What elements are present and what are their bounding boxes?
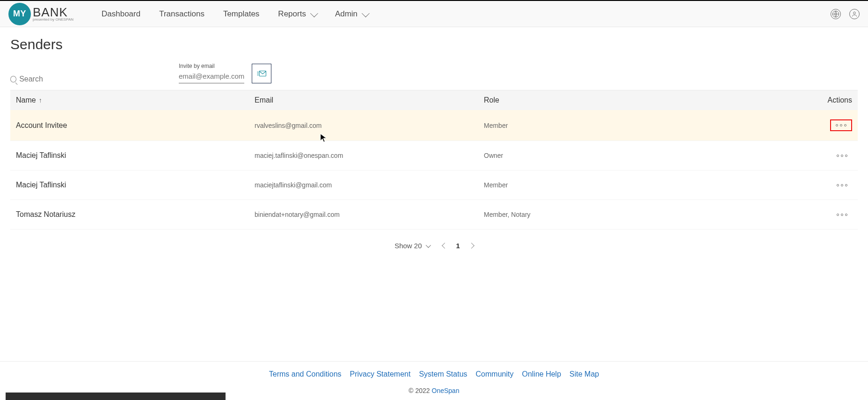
- col-header-email[interactable]: Email: [255, 96, 484, 104]
- invite-email-input[interactable]: [179, 70, 244, 83]
- col-header-actions: Actions: [708, 96, 852, 104]
- user-icon[interactable]: [849, 9, 860, 19]
- cell-email: maciejtaflinski@gmail.com: [255, 181, 484, 189]
- chevron-down-icon: [310, 9, 318, 17]
- row-actions-button[interactable]: [830, 119, 852, 131]
- more-icon: [841, 214, 843, 216]
- page-prev-button[interactable]: [442, 243, 448, 249]
- footer-link-system-status[interactable]: System Status: [419, 370, 467, 378]
- cell-name: Account Invitee: [16, 121, 255, 130]
- col-header-name-label: Name: [16, 96, 36, 104]
- chevron-down-icon: [425, 242, 430, 247]
- toast-bar: [6, 393, 226, 400]
- cell-name: Maciej Taflinski: [16, 151, 255, 160]
- cell-name: Tomasz Notariusz: [16, 210, 255, 219]
- footer-copy-brand: OneSpan: [432, 387, 460, 394]
- invite-label: Invite by email: [179, 63, 244, 69]
- cell-actions: [708, 180, 852, 190]
- cell-role: Member, Notary: [484, 211, 708, 218]
- nav-item-dashboard[interactable]: Dashboard: [102, 9, 140, 19]
- nav-item-templates[interactable]: Templates: [223, 9, 259, 19]
- footer-link-site-map[interactable]: Site Map: [569, 370, 599, 378]
- chevron-down-icon: [362, 9, 370, 17]
- row-actions-button[interactable]: [832, 180, 852, 190]
- nav-item-label: Admin: [335, 9, 357, 19]
- cell-role: Member: [484, 181, 708, 189]
- col-header-name[interactable]: Name ↑: [16, 96, 255, 104]
- more-icon: [845, 214, 847, 216]
- more-icon: [845, 155, 847, 157]
- cell-email: rvalveslins@gmail.com: [255, 122, 484, 129]
- cell-actions: [708, 209, 852, 220]
- nav-item-label: Dashboard: [102, 9, 140, 19]
- table-row[interactable]: Maciej Taflinskimaciejtaflinski@gmail.co…: [10, 170, 858, 200]
- more-icon: [836, 124, 838, 126]
- page-title: Senders: [10, 37, 858, 52]
- footer-link-online-help[interactable]: Online Help: [522, 370, 561, 378]
- more-icon: [841, 184, 843, 186]
- svg-point-1: [853, 12, 856, 14]
- footer-copy-prefix: © 2022: [408, 387, 431, 394]
- main-nav: DashboardTransactionsTemplatesReportsAdm…: [102, 9, 368, 19]
- more-icon: [840, 124, 842, 126]
- table-row[interactable]: Account Inviteervalveslins@gmail.comMemb…: [10, 110, 858, 141]
- sort-asc-icon: ↑: [39, 96, 42, 104]
- cell-name: Maciej Taflinski: [16, 181, 255, 189]
- table-header-row: Name ↑ Email Role Actions: [10, 90, 858, 110]
- footer-link-privacy-statement[interactable]: Privacy Statement: [350, 370, 411, 378]
- brand-logo[interactable]: MY BANK presented by ONESPAN: [8, 3, 73, 25]
- nav-item-label: Templates: [223, 9, 259, 19]
- topbar: MY BANK presented by ONESPAN DashboardTr…: [0, 1, 868, 27]
- nav-item-transactions[interactable]: Transactions: [159, 9, 204, 19]
- cell-role: Owner: [484, 152, 708, 159]
- more-icon: [841, 155, 843, 157]
- col-header-role[interactable]: Role: [484, 96, 708, 104]
- brand-name: BANK: [33, 6, 73, 18]
- search-icon: [10, 76, 16, 82]
- more-icon: [837, 155, 839, 157]
- footer-link-community[interactable]: Community: [476, 370, 514, 378]
- invite-send-button[interactable]: [252, 64, 271, 83]
- table-row[interactable]: Tomasz Notariuszbiniendat+notary@gmail.c…: [10, 200, 858, 230]
- cell-actions: [708, 119, 852, 131]
- pagination: Show 20 1: [10, 242, 858, 250]
- brand-badge: MY: [8, 3, 31, 25]
- cell-actions: [708, 150, 852, 161]
- footer-links: Terms and ConditionsPrivacy StatementSys…: [0, 370, 868, 378]
- svg-rect-2: [259, 71, 266, 76]
- nav-item-admin[interactable]: Admin: [335, 9, 368, 19]
- senders-table: Name ↑ Email Role Actions Account Invite…: [10, 90, 858, 230]
- nav-item-label: Reports: [278, 9, 306, 19]
- cell-email: biniendat+notary@gmail.com: [255, 211, 484, 218]
- cell-role: Member: [484, 122, 708, 129]
- more-icon: [844, 124, 846, 126]
- nav-item-label: Transactions: [159, 9, 204, 19]
- nav-item-reports[interactable]: Reports: [278, 9, 316, 19]
- more-icon: [845, 184, 847, 186]
- more-icon: [837, 214, 839, 216]
- search-field[interactable]: [10, 75, 132, 83]
- page-next-button[interactable]: [468, 243, 474, 249]
- row-actions-button[interactable]: [832, 151, 852, 161]
- globe-icon[interactable]: [831, 9, 841, 19]
- row-actions-button[interactable]: [832, 210, 852, 220]
- table-row[interactable]: Maciej Taflinskimaciej.taflinski@onespan…: [10, 141, 858, 170]
- brand-sub: presented by ONESPAN: [33, 17, 73, 22]
- page-current: 1: [456, 242, 460, 250]
- footer-link-terms-and-conditions[interactable]: Terms and Conditions: [269, 370, 342, 378]
- page-size-label: Show 20: [394, 242, 422, 250]
- page-size-selector[interactable]: Show 20: [394, 242, 429, 250]
- more-icon: [837, 184, 839, 186]
- cell-email: maciej.taflinski@onespan.com: [255, 152, 484, 159]
- search-input[interactable]: [19, 75, 132, 83]
